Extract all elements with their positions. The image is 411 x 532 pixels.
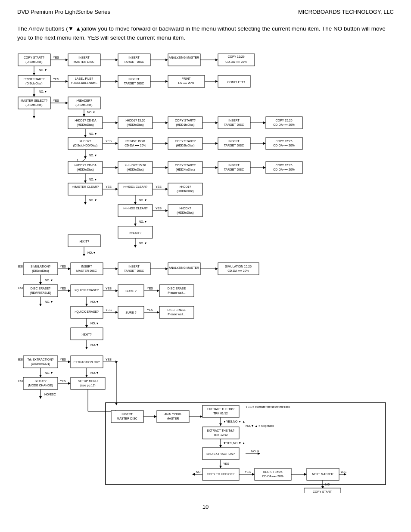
header-title-right: MICROBOARDS TECHNOLOGY, LLC [298,9,394,15]
svg-marker-4 [65,59,68,61]
svg-text:YES: YES [106,308,112,311]
svg-marker-170 [134,224,137,226]
svg-marker-85 [263,121,266,124]
svg-text:MASTER SELECT?: MASTER SELECT? [21,99,47,102]
svg-text:COPY    15:26: COPY 15:26 [275,140,292,143]
svg-text:(HDDtoDisc): (HDDtoDisc) [127,123,143,127]
svg-text:▼YES,NO,▼ ▲: ▼YES,NO,▼ ▲ [223,442,245,445]
svg-text:YES: YES [223,462,229,465]
svg-text:NO.▼: NO.▼ [39,68,47,72]
svg-text:DISC ERASE: DISC ERASE [168,287,186,290]
svg-text:CD-DA ▪▪▪▪ 20%: CD-DA ▪▪▪▪ 20% [227,269,249,272]
intro-text: The Arrow buttons (▼ ▲)allow you to move… [17,25,386,41]
svg-text:NO.▼: NO.▼ [90,343,99,346]
svg-text:YES: YES [106,358,112,361]
svg-text:(DISctoDisc): (DISctoDisc) [25,103,42,107]
svg-text:NO.▼: NO.▼ [45,371,53,374]
svg-marker-233 [85,304,88,306]
flowchart-diagram: COPY START? (DISctoDisc) YES INSERT MAST… [17,50,396,495]
svg-text:(HDDtoDisc): (HDDtoDisc) [77,168,93,171]
svg-text:NO.▼: NO.▼ [90,371,99,374]
svg-text:(DISctoDisc): (DISctoDisc) [25,60,42,64]
svg-text:YES: YES [53,99,59,102]
intro-paragraph: The Arrow buttons (▼ ▲)allow you to move… [17,25,388,43]
svg-text:(HDDtoDisc): (HDDtoDisc) [177,190,193,193]
svg-marker-36 [115,80,118,83]
svg-marker-222 [115,289,118,292]
svg-text:NO.▼: NO.▼ [89,199,97,202]
svg-marker-269 [115,361,118,363]
svg-marker-175 [134,245,137,248]
svg-text:(HDDtoDisc): (HDDtoDisc) [177,211,193,215]
svg-text:YES: YES [60,380,66,383]
svg-text:YES: YES [147,287,153,290]
page-number: 10 [17,504,394,510]
svg-text:LS ▪▪▪▪ 20%: LS ▪▪▪▪ 20% [178,81,194,84]
svg-text:NO.▼: NO.▼ [45,279,53,282]
svg-text:>>EXIT?: >>EXIT? [129,231,141,234]
svg-text:YES: YES [156,207,162,210]
svg-marker-30 [65,80,68,83]
svg-marker-41 [165,80,168,83]
svg-text:MASTER DISC: MASTER DISC [117,417,137,420]
svg-marker-275 [39,375,42,377]
svg-text:DISC ERASE: DISC ERASE [168,308,186,311]
svg-text:YES: YES [53,56,59,59]
page-header: DVD Premium Pro LightScribe Series MICRO… [17,9,394,17]
svg-text:NEXT MASTER: NEXT MASTER [312,473,333,476]
svg-text:EXTRACTION OK?: EXTRACTION OK? [73,361,100,364]
svg-text:ANALYZING MASTER: ANALYZING MASTER [169,266,199,269]
svg-text:Please wait...: Please wait... [168,313,186,316]
svg-text:INSERT: INSERT [228,119,240,122]
svg-marker-96 [115,142,118,145]
svg-text:>QUICK ERASE?: >QUICK ERASE? [75,310,99,314]
svg-text:INSERT: INSERT [128,265,140,268]
svg-text:>READER?: >READER? [76,99,92,102]
svg-text:EXTRACT THE Trk?: EXTRACT THE Trk? [207,429,234,432]
svg-text:ANALYZING MASTER: ANALYZING MASTER [169,56,199,59]
svg-marker-190 [68,268,71,270]
svg-text:>EXIT?: >EXIT? [81,333,92,336]
svg-text:(MODE CHANGE): (MODE CHANGE) [28,384,53,387]
svg-marker-254 [85,347,88,349]
svg-text:INSERT: INSERT [81,265,92,268]
svg-text:(HDD2toDisc): (HDD2toDisc) [176,144,194,147]
page-container: DVD Premium Pro LightScribe Series MICRO… [0,0,411,532]
svg-marker-138 [263,166,266,169]
svg-text:SETUP MENU: SETUP MENU [78,380,98,383]
svg-text:YES: YES [60,287,66,290]
svg-text:COPY START: COPY START [313,490,332,493]
svg-text:NO.▼: NO.▼ [89,178,97,181]
svg-marker-117 [84,156,87,159]
svg-text:(DISctoHDD1): (DISctoHDD1) [31,362,50,366]
svg-marker-183 [83,254,85,256]
svg-marker-153 [165,188,168,190]
svg-text:NO.▼: NO.▼ [139,242,147,245]
svg-text:>HDD1?   CD-DA: >HDD1? CD-DA [74,119,96,122]
svg-text:TARGET DISC: TARGET DISC [224,168,244,171]
svg-text:LABEL FILE?: LABEL FILE? [75,77,93,80]
svg-text:Please wait...: Please wait... [168,291,186,294]
svg-text:SURE ?: SURE ? [125,311,136,314]
svg-text:MASTER DISC: MASTER DISC [74,60,94,63]
svg-text:ANALYZING: ANALYZING [164,413,181,416]
svg-text:NO.▼: NO.▼ [139,220,147,223]
svg-text:(HDD1toDisc): (HDD1toDisc) [176,123,194,127]
svg-text:COPY TO HDD OK?: COPY TO HDD OK? [207,473,234,476]
svg-text:TRK 12/12: TRK 12/12 [213,433,228,436]
svg-text:>EXIT?: >EXIT? [79,240,89,243]
svg-text:CD-DA ▪▪▪▪ 20%: CD-DA ▪▪▪▪ 20% [262,475,283,478]
svg-marker-217 [68,289,71,292]
svg-marker-75 [165,121,168,124]
svg-text:NO: NO [325,483,330,486]
svg-text:NO,▼ ▲ = skip track: NO,▼ ▲ = skip track [246,424,274,428]
svg-text:NO.▼: NO.▼ [251,450,259,453]
svg-text:(HDDtoDisc): (HDDtoDisc) [127,168,143,171]
svg-marker-15 [165,59,168,61]
svg-text:(REWRITABLE): (REWRITABLE) [30,291,51,295]
svg-text:NO.▼: NO.▼ [45,300,53,303]
svg-marker-112 [263,142,266,145]
svg-text:TARGET DISC: TARGET DISC [124,269,144,272]
svg-text:INSERT: INSERT [228,140,240,143]
svg-text:EXTRACT THE Trk?: EXTRACT THE Trk? [207,408,234,411]
